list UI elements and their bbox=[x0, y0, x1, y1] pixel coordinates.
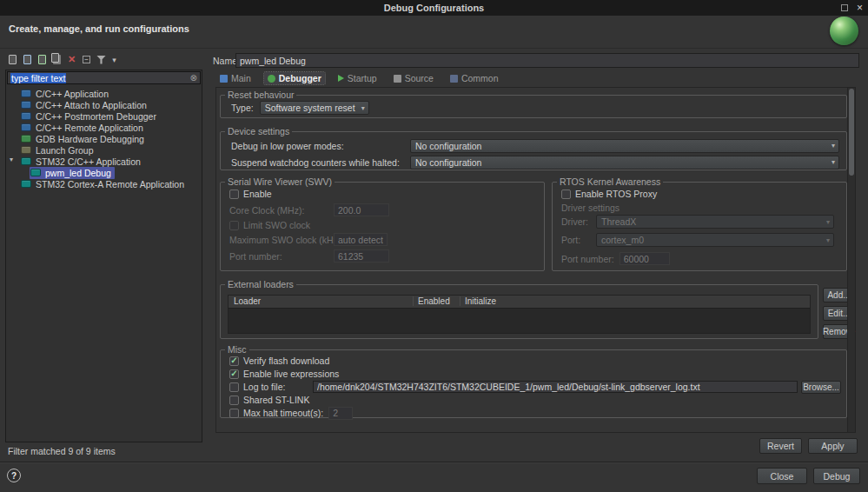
debug-button[interactable]: Debug bbox=[813, 468, 860, 484]
delete-launch-configuration-icon[interactable]: ✕ bbox=[65, 53, 78, 66]
tab-main[interactable]: Main bbox=[216, 72, 255, 84]
loaders-table-body[interactable] bbox=[229, 309, 810, 333]
tab-common[interactable]: Common bbox=[447, 72, 502, 84]
low-power-label: Debug in low power modes: bbox=[231, 141, 407, 151]
combo-value: cortex_m0 bbox=[601, 235, 644, 245]
tab-startup[interactable]: Startup bbox=[335, 72, 381, 84]
log-to-file-checkbox[interactable] bbox=[229, 382, 239, 392]
toolbar-menu-chevron-icon[interactable]: ▾ bbox=[109, 53, 119, 66]
combo-value: No configuration bbox=[415, 157, 481, 168]
tree-item-launch-group[interactable]: Launch Group bbox=[6, 144, 202, 156]
close-window-icon[interactable]: × bbox=[857, 3, 863, 13]
column-enabled: Enabled bbox=[413, 296, 450, 306]
duplicate-launch-configuration-icon[interactable] bbox=[50, 53, 63, 66]
rtos-driver-combo[interactable]: ThreadX ▾ bbox=[596, 215, 834, 229]
combo-value: ThreadX bbox=[601, 216, 636, 227]
rtos-port-combo[interactable]: cortex_m0 ▾ bbox=[596, 233, 834, 247]
rtos-proxy-checkbox[interactable] bbox=[561, 189, 571, 199]
tab-label: Source bbox=[405, 73, 434, 83]
verify-flash-checkbox[interactable]: ✓ bbox=[229, 356, 239, 366]
tree-item-label: STM32 C/C++ Application bbox=[36, 156, 141, 167]
cpp-remote-icon bbox=[21, 123, 31, 131]
apply-button[interactable]: Apply bbox=[808, 438, 858, 454]
live-expressions-checkbox[interactable]: ✓ bbox=[229, 369, 239, 379]
max-swo-clock-label: Maximum SWO clock (kHz): bbox=[229, 235, 334, 245]
low-power-combo[interactable]: No configuration ▾ bbox=[410, 139, 839, 153]
max-halt-timeout-checkbox[interactable] bbox=[229, 409, 239, 418]
watchdog-combo[interactable]: No configuration ▾ bbox=[410, 156, 839, 170]
swv-port-number-label: Port number: bbox=[229, 251, 334, 262]
scrollbar-thumb[interactable] bbox=[849, 89, 854, 176]
tree-item-stm32-cortex-a[interactable]: STM32 Cortex-A Remote Application bbox=[6, 178, 202, 189]
tab-source[interactable]: Source bbox=[390, 72, 437, 84]
dialog-subtitle: Create, manage, and run configurations bbox=[9, 23, 189, 34]
tab-debugger[interactable]: Debugger bbox=[264, 72, 325, 84]
swv-enable-checkbox[interactable] bbox=[229, 189, 239, 199]
titlebar[interactable]: Debug Configurations × bbox=[0, 0, 868, 16]
tree-item-cpp-attach[interactable]: C/C++ Attach to Application bbox=[6, 99, 202, 110]
group-title: External loaders bbox=[225, 279, 296, 289]
shared-stlink-label: Shared ST-LINK bbox=[243, 395, 309, 405]
main-tab-icon bbox=[220, 75, 228, 83]
shared-stlink-checkbox[interactable] bbox=[229, 396, 239, 405]
loaders-table[interactable]: Loader Enabled Initialize bbox=[228, 295, 811, 334]
stm32-cortex-a-icon bbox=[21, 180, 31, 188]
tree-item-cpp-postmortem[interactable]: C/C++ Postmortem Debugger bbox=[6, 110, 202, 122]
tree-item-cpp-remote[interactable]: C/C++ Remote Application bbox=[6, 122, 202, 133]
tree-item-label: GDB Hardware Debugging bbox=[36, 134, 144, 144]
close-button[interactable]: Close bbox=[757, 468, 807, 484]
reset-type-combo[interactable]: Software system reset ▾ bbox=[260, 101, 369, 115]
collapse-all-icon[interactable]: − bbox=[80, 53, 93, 66]
revert-button[interactable]: Revert bbox=[759, 438, 802, 454]
swv-port-number-input[interactable] bbox=[334, 249, 389, 263]
chevron-down-icon: ▾ bbox=[832, 158, 835, 166]
max-swo-clock-input[interactable] bbox=[334, 233, 388, 246]
launch-config-tree: C/C++ Application C/C++ Attach to Applic… bbox=[6, 85, 202, 189]
debug-configurations-dialog: Debug Configurations × Create, manage, a… bbox=[0, 0, 868, 492]
swv-enable-label: Enable bbox=[243, 189, 272, 199]
content-scrollbar[interactable] bbox=[847, 88, 855, 432]
log-file-input[interactable] bbox=[313, 381, 798, 393]
export-launch-configuration-icon[interactable] bbox=[36, 53, 49, 66]
cpp-attach-icon bbox=[21, 101, 31, 109]
tree-item-label: C/C++ Application bbox=[36, 89, 109, 99]
chevron-down-icon: ▾ bbox=[832, 142, 835, 150]
browse-button[interactable]: Browse... bbox=[801, 381, 841, 394]
chevron-down-icon: ▾ bbox=[826, 218, 830, 226]
max-halt-timeout-input[interactable] bbox=[328, 407, 353, 420]
tree-expander-icon[interactable]: ▾ bbox=[10, 156, 13, 163]
max-halt-timeout-label: Max halt timeout(s): bbox=[243, 408, 323, 418]
header-divider bbox=[0, 48, 868, 49]
new-prototype-icon[interactable] bbox=[21, 53, 34, 66]
clear-filter-icon[interactable]: ⊗ bbox=[190, 74, 197, 83]
log-to-file-label: Log to file: bbox=[243, 382, 313, 392]
rtos-port-number-input[interactable] bbox=[620, 252, 670, 265]
help-button[interactable]: ? bbox=[7, 469, 21, 482]
tree-item-gdb-hardware[interactable]: GDB Hardware Debugging bbox=[6, 133, 202, 144]
tree-item-stm32-application[interactable]: ▾ STM32 C/C++ Application bbox=[6, 156, 202, 167]
reset-type-label: Type: bbox=[231, 103, 254, 113]
name-input[interactable] bbox=[235, 53, 859, 68]
window-menu-icon[interactable] bbox=[841, 4, 848, 11]
verify-flash-label: Verify flash download bbox=[243, 356, 329, 366]
debug-banner-icon bbox=[830, 17, 858, 45]
gdb-hardware-icon bbox=[21, 135, 31, 143]
rtos-proxy-label: Enable RTOS Proxy bbox=[575, 189, 657, 199]
driver-label: Driver: bbox=[561, 216, 596, 227]
driver-settings-label: Driver settings bbox=[561, 203, 620, 213]
new-launch-configuration-icon[interactable] bbox=[6, 53, 19, 66]
help-icon: ? bbox=[11, 471, 17, 481]
rtos-port-number-label: Port number: bbox=[561, 254, 614, 264]
reset-behaviour-group: Reset behaviour Type: Software system re… bbox=[220, 90, 847, 118]
launch-config-sidebar: type filter text ⊗ C/C++ Application C/C… bbox=[5, 70, 202, 442]
limit-swo-clock-label: Limit SWO clock bbox=[243, 220, 310, 230]
selected-tree-item: pwm_led Debug bbox=[30, 167, 115, 179]
launch-config-toolbar: ✕ − ▾ bbox=[6, 52, 119, 67]
core-clock-input[interactable] bbox=[334, 203, 389, 216]
tree-item-pwm-led-debug[interactable]: pwm_led Debug bbox=[6, 167, 202, 178]
tree-item-cpp-application[interactable]: C/C++ Application bbox=[6, 88, 202, 99]
filter-icon[interactable] bbox=[95, 53, 108, 66]
limit-swo-clock-checkbox[interactable] bbox=[229, 221, 239, 230]
filter-input[interactable]: type filter text ⊗ bbox=[7, 71, 201, 84]
group-title: Device settings bbox=[225, 126, 292, 136]
